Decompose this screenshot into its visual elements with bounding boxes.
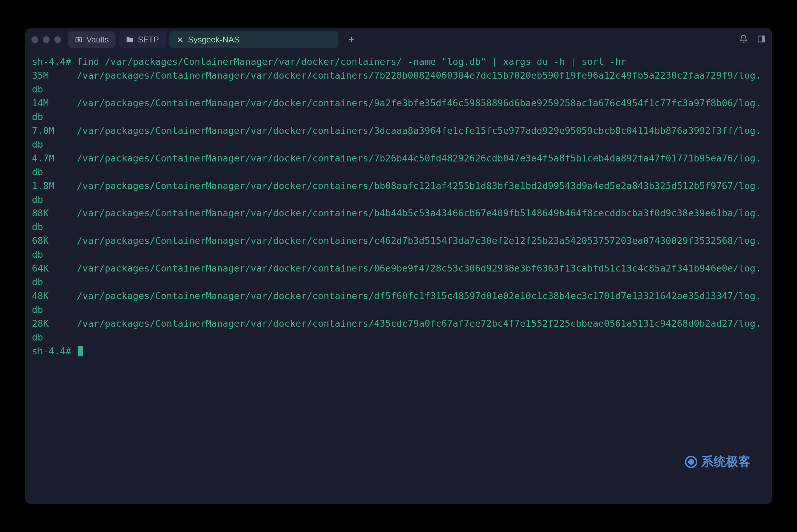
tab-label: Sysgeek-NAS bbox=[188, 35, 239, 45]
watermark: 系统极客 bbox=[685, 453, 751, 470]
svg-rect-8 bbox=[762, 36, 765, 42]
cursor bbox=[78, 346, 83, 356]
tab-label: SFTP bbox=[138, 35, 159, 45]
command: find /var/packages/ContainerManager/var/… bbox=[77, 56, 627, 67]
output-line: 1.8M /var/packages/ContainerManager/var/… bbox=[32, 180, 761, 205]
output-line: 48K /var/packages/ContainerManager/var/d… bbox=[32, 290, 761, 315]
output-line: 4.7M /var/packages/ContainerManager/var/… bbox=[32, 153, 761, 177]
vault-icon bbox=[75, 36, 82, 43]
folder-icon bbox=[126, 36, 134, 43]
output-line: 88K /var/packages/ContainerManager/var/d… bbox=[32, 208, 761, 232]
watermark-text: 系统极客 bbox=[701, 453, 751, 470]
close-button[interactable] bbox=[31, 36, 38, 43]
tab-vaults[interactable]: Vaults bbox=[68, 31, 116, 48]
prompt: sh-4.4# bbox=[32, 346, 77, 356]
tab-active[interactable]: Sysgeek-NAS bbox=[169, 31, 338, 48]
right-controls bbox=[739, 35, 766, 45]
panel-icon[interactable] bbox=[757, 35, 766, 45]
output-line: 68K /var/packages/ContainerManager/var/d… bbox=[32, 235, 761, 260]
traffic-lights bbox=[31, 36, 61, 43]
titlebar: Vaults SFTP Sysgeek-NAS bbox=[25, 28, 772, 51]
svg-point-10 bbox=[689, 460, 693, 464]
tab-sftp[interactable]: SFTP bbox=[119, 31, 166, 48]
terminal-window: Vaults SFTP Sysgeek-NAS bbox=[25, 28, 772, 504]
add-tab-button[interactable] bbox=[342, 32, 361, 47]
output-line: 14M /var/packages/ContainerManager/var/d… bbox=[32, 98, 761, 122]
watermark-icon bbox=[685, 455, 698, 469]
output-line: 7.0M /var/packages/ContainerManager/var/… bbox=[32, 125, 761, 150]
output-line: 35M /var/packages/ContainerManager/var/d… bbox=[32, 70, 761, 95]
output-line: 28K /var/packages/ContainerManager/var/d… bbox=[32, 318, 761, 343]
output-line: 64K /var/packages/ContainerManager/var/d… bbox=[32, 263, 761, 287]
bell-icon[interactable] bbox=[739, 35, 748, 45]
maximize-button[interactable] bbox=[54, 36, 61, 43]
close-icon[interactable] bbox=[176, 36, 184, 43]
minimize-button[interactable] bbox=[43, 36, 50, 43]
terminal-body[interactable]: sh-4.4# find /var/packages/ContainerMana… bbox=[25, 51, 772, 504]
tab-label: Vaults bbox=[87, 35, 109, 45]
prompt: sh-4.4# bbox=[32, 56, 77, 67]
